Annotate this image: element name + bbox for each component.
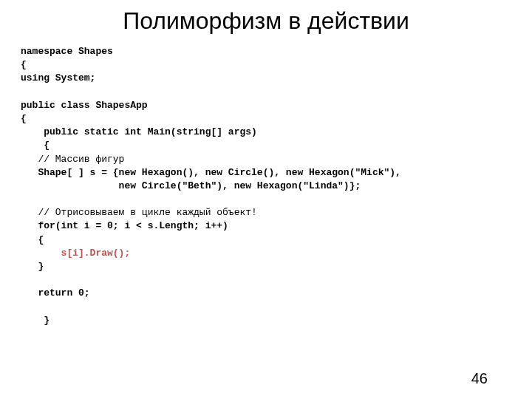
code-line: } xyxy=(21,261,44,272)
code-line: { xyxy=(21,59,27,70)
code-comment: // Отрисовываем в цикле каждый объект! xyxy=(21,207,257,218)
code-block: namespace Shapes { using System; public … xyxy=(0,41,532,327)
code-line: new Circle("Beth"), new Hexagon("Linda")… xyxy=(21,180,361,191)
code-line: } xyxy=(21,315,50,326)
code-line: return 0; xyxy=(21,287,90,299)
slide-title: Полиморфизм в действии xyxy=(0,0,532,41)
code-line: { xyxy=(21,140,50,151)
page-number: 46 xyxy=(471,370,488,387)
code-line: { xyxy=(21,234,44,245)
code-line: { xyxy=(21,113,27,124)
code-line: public static int Main(string[] args) xyxy=(21,126,257,137)
code-line: namespace Shapes xyxy=(21,46,113,57)
code-highlight: s[i].Draw(); xyxy=(21,248,130,259)
code-line: for(int i = 0; i < s.Length; i++) xyxy=(21,220,228,231)
code-comment: // Массив фигур xyxy=(21,154,124,165)
code-line: Shape[ ] s = {new Hexagon(), new Circle(… xyxy=(21,167,401,178)
code-line: public class ShapesApp xyxy=(21,100,148,111)
code-line: using System; xyxy=(21,72,95,83)
